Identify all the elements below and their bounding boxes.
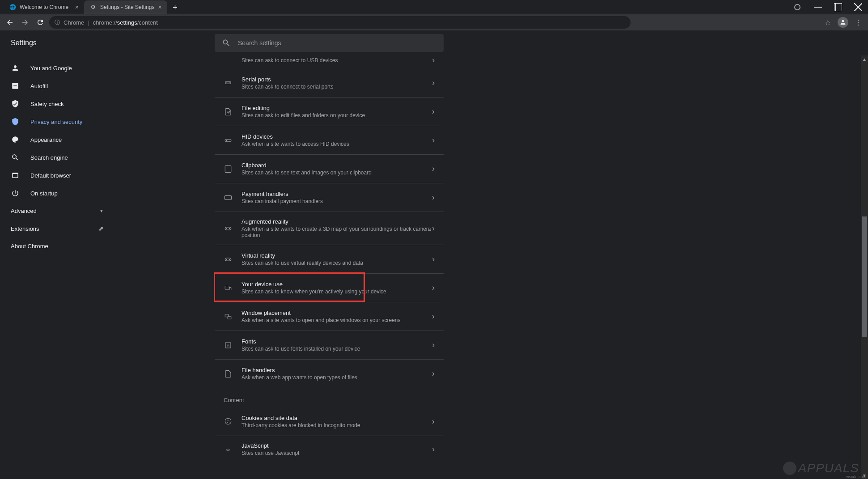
chevron-right-icon: › — [432, 312, 435, 321]
setting-desc: Sites can ask to know when you're active… — [241, 288, 432, 295]
minimize-button[interactable] — [808, 0, 828, 14]
sidebar-item-label: On startup — [30, 190, 58, 197]
profile-button[interactable] — [838, 17, 848, 28]
settings-content: Sites can ask to connect to USB devices … — [114, 55, 868, 479]
search-input[interactable] — [238, 39, 436, 47]
tab-settings[interactable]: ⚙ Settings - Site Settings × — [84, 0, 167, 14]
setting-row-usb[interactable]: Sites can ask to connect to USB devices … — [215, 55, 444, 68]
reload-button[interactable] — [34, 16, 47, 29]
clipboard-icon — [224, 165, 233, 174]
appearance-icon — [11, 136, 20, 144]
security-icon — [11, 118, 20, 126]
bookmark-button[interactable]: ☆ — [821, 16, 834, 29]
address-bar[interactable]: ⓘ Chrome | chrome://settings/content — [49, 16, 631, 29]
globe-icon: 🌐 — [9, 4, 16, 11]
setting-row-fonts[interactable]: AFontsSites can ask to use fonts install… — [215, 331, 444, 359]
sidebar-item-default-browser[interactable]: Default browser — [0, 166, 111, 184]
setting-title: Cookies and site data — [241, 415, 432, 421]
setting-row-cookie[interactable]: Cookies and site dataThird-party cookies… — [215, 407, 444, 436]
svg-point-7 — [228, 82, 229, 83]
sidebar-item-you-and-google[interactable]: You and Google — [0, 59, 111, 77]
setting-row-file-edit[interactable]: File editingSites can ask to edit files … — [215, 97, 444, 126]
search-icon — [222, 38, 231, 47]
svg-rect-2 — [835, 3, 842, 11]
scroll-up-button[interactable]: ▲ — [861, 55, 868, 63]
sidebar-advanced-toggle[interactable]: Advanced ▼ — [0, 202, 114, 220]
chevron-right-icon: › — [432, 417, 435, 426]
setting-row-ar[interactable]: Augmented realityAsk when a site wants t… — [215, 212, 444, 245]
tab-search-icon[interactable] — [794, 4, 800, 10]
window-controls — [794, 0, 868, 14]
watermark: APPUALS — [783, 461, 859, 475]
tab-welcome[interactable]: 🌐 Welcome to Chrome × — [4, 0, 84, 14]
safety-icon — [11, 100, 20, 108]
back-button[interactable] — [4, 16, 16, 29]
sidebar-about-link[interactable]: About Chrome — [0, 237, 114, 255]
setting-row-clipboard[interactable]: ClipboardSites can ask to see text and i… — [215, 154, 444, 183]
chevron-right-icon: › — [432, 445, 435, 454]
menu-button[interactable]: ⋮ — [852, 16, 864, 29]
site-info-icon[interactable]: ⓘ — [55, 19, 60, 26]
file-edit-icon — [224, 107, 233, 116]
sidebar-item-search-engine[interactable]: Search engine — [0, 148, 111, 166]
setting-row-hid[interactable]: HID devicesAsk when a site wants to acce… — [215, 126, 444, 154]
svg-point-15 — [229, 228, 230, 229]
sidebar-extensions-link[interactable]: Extensions ⬈ — [0, 220, 114, 237]
sidebar-item-autofill[interactable]: Autofill — [0, 77, 111, 95]
setting-row-js[interactable]: <>JavaScriptSites can use Javascript› — [215, 436, 444, 457]
setting-row-window[interactable]: Window placementAsk when a site wants to… — [215, 302, 444, 331]
setting-row-device-use[interactable]: Your device useSites can ask to know whe… — [215, 273, 444, 302]
svg-rect-20 — [229, 287, 231, 290]
close-icon[interactable]: × — [158, 4, 161, 11]
scrollbar[interactable]: ▲ ▼ — [861, 55, 868, 479]
setting-title: Virtual reality — [241, 252, 432, 259]
sidebar-item-on-startup[interactable]: On startup — [0, 184, 111, 202]
forward-button[interactable] — [19, 16, 31, 29]
setting-desc: Ask when a site wants to create a 3D map… — [241, 226, 432, 238]
svg-rect-1 — [834, 3, 842, 11]
close-window-button[interactable] — [848, 0, 868, 14]
browser-toolbar: ⓘ Chrome | chrome://settings/content ☆ ⋮ — [0, 14, 868, 30]
chevron-right-icon: › — [432, 254, 435, 264]
setting-desc: Third-party cookies are blocked in Incog… — [241, 422, 432, 428]
autofill-icon — [11, 82, 20, 90]
new-tab-button[interactable]: + — [169, 1, 182, 14]
sidebar-item-label: Search engine — [30, 154, 68, 161]
vr-icon — [224, 255, 233, 264]
startup-icon — [11, 189, 20, 197]
close-icon[interactable]: × — [75, 4, 79, 11]
setting-row-serial[interactable]: Serial portsSites can ask to connect to … — [215, 68, 444, 97]
setting-title: Your device use — [241, 281, 432, 288]
sidebar-item-label: Privacy and security — [30, 119, 82, 125]
sidebar-item-privacy-security[interactable]: Privacy and security — [0, 113, 111, 131]
search-settings-box[interactable] — [215, 34, 444, 52]
setting-row-file-handler[interactable]: File handlersAsk when a web app wants to… — [215, 359, 444, 388]
gear-icon: ⚙ — [89, 4, 97, 11]
ar-icon — [224, 224, 233, 233]
cookie-icon — [224, 417, 233, 426]
chevron-right-icon: › — [432, 283, 435, 292]
svg-point-28 — [227, 422, 228, 423]
page-title: Settings — [11, 39, 37, 47]
maximize-button[interactable] — [828, 0, 848, 14]
chevron-right-icon: › — [432, 164, 435, 174]
setting-desc: Sites can ask to edit files and folders … — [241, 112, 432, 119]
setting-row-payment[interactable]: Payment handlersSites can install paymen… — [215, 183, 444, 212]
file-handler-icon — [224, 369, 233, 378]
chevron-right-icon: › — [432, 107, 435, 116]
sidebar-item-label: Appearance — [30, 136, 62, 143]
sidebar-item-appearance[interactable]: Appearance — [0, 131, 111, 148]
setting-desc: Sites can ask to use virtual reality dev… — [241, 260, 432, 266]
sidebar-item-safety-check[interactable]: Safety check — [0, 95, 111, 113]
setting-title: File handlers — [241, 367, 432, 373]
setting-title: Augmented reality — [241, 218, 432, 225]
settings-header: Settings — [0, 30, 868, 55]
sidebar-item-label: Default browser — [30, 172, 71, 179]
payment-icon — [224, 193, 233, 202]
settings-sidebar: You and Google Autofill Safety check Pri… — [0, 55, 114, 479]
svg-point-17 — [226, 259, 227, 259]
setting-row-vr[interactable]: Virtual realitySites can ask to use virt… — [215, 245, 444, 273]
url-prefix: Chrome — [64, 19, 84, 26]
scrollbar-thumb[interactable] — [862, 216, 867, 337]
sidebar-item-label: Safety check — [30, 101, 64, 107]
